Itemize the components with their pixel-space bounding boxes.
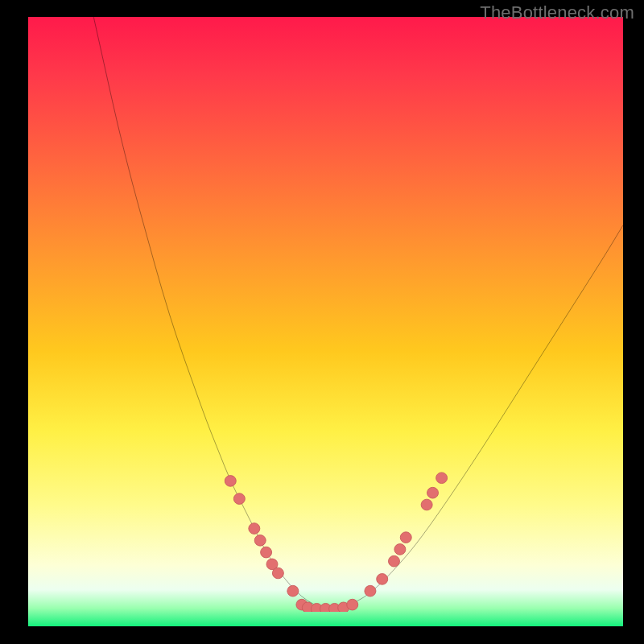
- sample-dot: [394, 544, 406, 555]
- sample-dot: [261, 547, 272, 558]
- watermark-text: TheBottleneck.com: [480, 2, 634, 23]
- sample-dots: [225, 473, 447, 612]
- plot-area: [28, 17, 623, 626]
- dots-layer: [28, 17, 623, 612]
- sample-dot: [249, 523, 260, 535]
- sample-dot: [272, 568, 283, 579]
- sample-dot: [233, 493, 245, 505]
- sample-dot: [377, 574, 388, 585]
- sample-dot: [347, 599, 358, 610]
- sample-dot: [365, 585, 376, 597]
- sample-dot: [225, 476, 236, 487]
- sample-dot: [436, 473, 448, 484]
- sample-dot: [400, 532, 411, 543]
- sample-dot: [287, 585, 299, 597]
- sample-dot: [254, 535, 266, 546]
- chart-stage: TheBottleneck.com: [0, 0, 644, 644]
- sample-dot: [421, 499, 432, 510]
- sample-dot: [427, 487, 439, 498]
- sample-dot: [388, 555, 399, 567]
